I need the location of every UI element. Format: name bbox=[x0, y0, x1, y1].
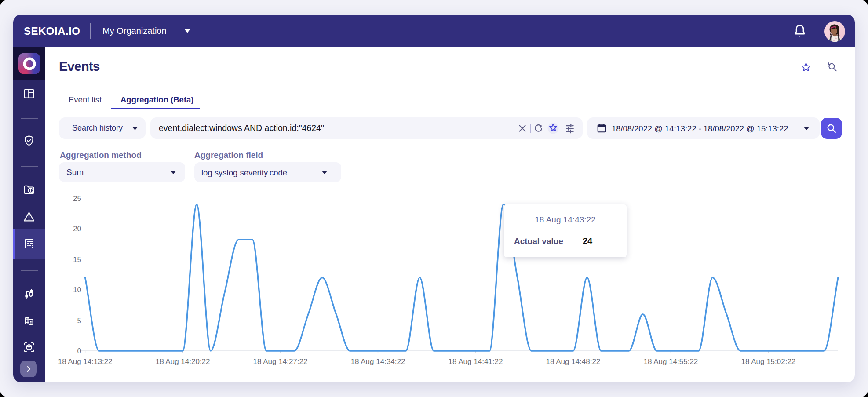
svg-text:20: 20 bbox=[73, 225, 81, 233]
svg-text:18 Aug 14:48:22: 18 Aug 14:48:22 bbox=[546, 357, 600, 366]
svg-text:18 Aug 14:34:22: 18 Aug 14:34:22 bbox=[351, 357, 405, 366]
svg-text:18 Aug 14:20:22: 18 Aug 14:20:22 bbox=[156, 357, 210, 366]
svg-text:18 Aug 15:02:22: 18 Aug 15:02:22 bbox=[741, 357, 795, 366]
svg-text:18 Aug 14:55:22: 18 Aug 14:55:22 bbox=[643, 357, 698, 366]
svg-text:18 Aug 14:13:22: 18 Aug 14:13:22 bbox=[58, 357, 113, 366]
svg-text:18 Aug 14:41:22: 18 Aug 14:41:22 bbox=[449, 357, 503, 366]
svg-text:25: 25 bbox=[73, 194, 81, 203]
svg-text:18 Aug 14:27:22: 18 Aug 14:27:22 bbox=[253, 357, 308, 366]
svg-text:15: 15 bbox=[73, 255, 81, 264]
svg-text:10: 10 bbox=[73, 286, 81, 294]
svg-text:5: 5 bbox=[77, 317, 81, 325]
svg-text:0: 0 bbox=[77, 347, 81, 355]
